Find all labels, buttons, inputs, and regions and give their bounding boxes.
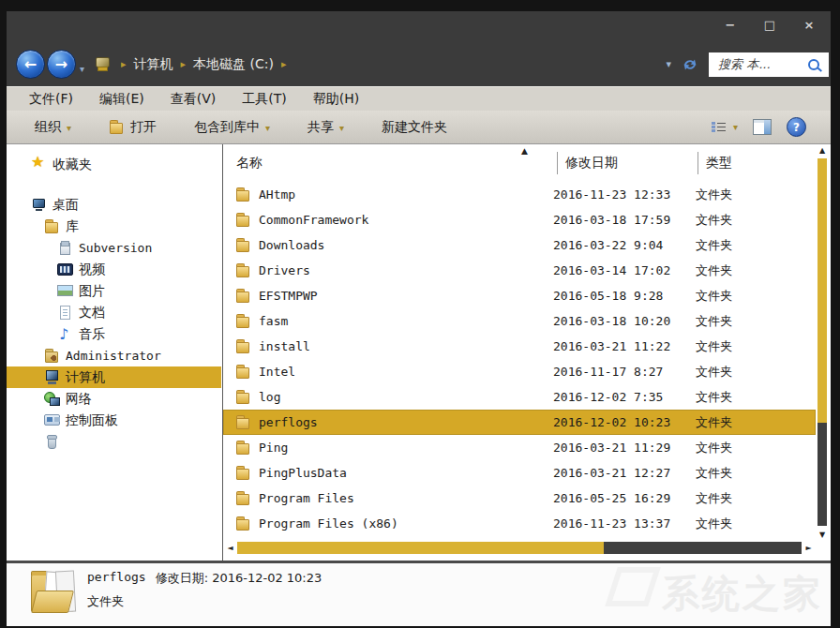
column-divider[interactable]	[557, 152, 558, 174]
chevron-down-icon[interactable]: ▾	[733, 122, 738, 132]
horizontal-scroll-thumb[interactable]	[237, 542, 604, 554]
toolbar-button[interactable]: 打开	[98, 119, 168, 136]
scroll-up-icon[interactable]: ▲	[818, 146, 827, 156]
library-icon	[57, 241, 73, 255]
breadcrumb-item[interactable]: ▸ 本地磁盘 (C:)	[173, 56, 274, 73]
table-row[interactable]: Drivers 2016-03-14 17:02 文件夹	[223, 258, 816, 283]
column-divider[interactable]	[698, 152, 698, 174]
breadcrumb-label: 计算机	[134, 56, 173, 73]
file-name: Drivers	[259, 263, 553, 277]
table-row[interactable]: Program Files (x86) 2016-11-23 13:37 文件夹	[223, 511, 816, 536]
music-icon	[57, 327, 73, 341]
close-button[interactable]: ×	[801, 16, 818, 33]
column-header-type[interactable]: 类型	[706, 155, 732, 172]
preview-pane-icon[interactable]	[753, 119, 772, 135]
sidebar-item[interactable]: 计算机	[7, 366, 221, 388]
status-type: 文件夹	[87, 593, 322, 610]
sidebar-item[interactable]: 网络	[7, 388, 221, 410]
sidebar-item[interactable]: 桌面	[7, 194, 221, 216]
table-row[interactable]: Program Files 2016-05-25 16:29 文件夹	[223, 486, 816, 511]
horizontal-scroll-track[interactable]	[237, 542, 802, 554]
menu-item[interactable]: 帮助(H)	[300, 91, 372, 108]
toolbar-button[interactable]: 包含到库中 ▾	[183, 119, 281, 136]
menu-item[interactable]: 查看(V)	[158, 91, 230, 108]
table-row[interactable]: PingPlusData 2016-03-21 12:27 文件夹	[223, 460, 816, 486]
search-icon[interactable]	[808, 59, 819, 70]
file-type: 文件夹	[696, 364, 732, 381]
breadcrumb-item[interactable]: ▸ 计算机	[113, 56, 173, 73]
file-name: Downloads	[259, 238, 553, 252]
address-dropdown-icon[interactable]: ▾	[666, 58, 671, 70]
back-button[interactable]: ←	[16, 50, 45, 79]
table-row[interactable]: CommonFramework 2016-03-18 17:59 文件夹	[223, 207, 816, 232]
menu-item[interactable]: 编辑(E)	[86, 91, 158, 108]
chevron-down-icon: ▾	[265, 123, 270, 133]
forward-button[interactable]: →	[47, 50, 76, 79]
breadcrumb-separator-icon: ▸	[121, 58, 127, 70]
sidebar-item[interactable]: Subversion	[7, 237, 221, 259]
table-row[interactable]: EFSTMPWP 2016-05-18 9:28 文件夹	[223, 283, 816, 308]
main-content: 收藏夹 桌面 库 Subversion 视频 图片 文档 音乐	[7, 144, 831, 561]
horizontal-scrollbar[interactable]: ◄ ►	[225, 541, 814, 555]
sidebar-item[interactable]: Administrator	[7, 345, 221, 366]
file-date: 2016-03-21 12:27	[553, 466, 696, 480]
table-row[interactable]: log 2016-12-02 7:35 文件夹	[223, 384, 816, 410]
status-modified: 修改日期: 2016-12-02 10:23	[156, 570, 322, 587]
file-date: 2016-05-18 9:28	[553, 289, 696, 303]
toolbar-button[interactable]: 共享 ▾	[296, 119, 355, 136]
toolbar-button[interactable]: 新建文件夹	[370, 119, 458, 136]
table-row[interactable]: perflogs 2016-12-02 10:23 文件夹	[223, 410, 816, 435]
menu-item[interactable]: 文件(F)	[16, 91, 86, 108]
sidebar-item[interactable]: 收藏夹	[7, 154, 221, 175]
sidebar-item[interactable]: 库	[7, 216, 221, 237]
column-header-date[interactable]: 修改日期	[565, 155, 618, 172]
sidebar-item[interactable]: 控制面板	[7, 410, 221, 431]
file-type: 文件夹	[696, 490, 732, 507]
scroll-left-icon[interactable]: ◄	[225, 544, 235, 552]
vertical-scroll-thumb[interactable]	[818, 158, 827, 423]
search-input[interactable]	[716, 56, 808, 72]
sidebar-item[interactable]	[7, 431, 221, 453]
maximize-button[interactable]: □	[761, 16, 778, 33]
minimize-button[interactable]: −	[722, 16, 739, 33]
table-row[interactable]: fasm 2016-03-18 10:20 文件夹	[223, 308, 816, 334]
computer-icon	[44, 370, 60, 384]
scroll-down-icon[interactable]: ▼	[818, 531, 827, 540]
menu-item[interactable]: 工具(T)	[229, 91, 299, 108]
folder-icon	[235, 314, 251, 328]
sidebar-item[interactable]: 视频	[7, 259, 221, 280]
chevron-down-icon: ▾	[67, 123, 71, 133]
sidebar-item[interactable]: 音乐	[7, 323, 221, 345]
table-row[interactable]: AHtmp 2016-11-23 12:33 文件夹	[223, 182, 816, 207]
column-header-name[interactable]: 名称	[236, 155, 262, 172]
help-icon[interactable]: ?	[787, 117, 806, 137]
table-row[interactable]: Intel 2016-11-17 8:27 文件夹	[223, 359, 816, 384]
toolbar-button[interactable]: 组织 ▾	[23, 119, 82, 136]
file-name: Ping	[259, 441, 553, 455]
sidebar-item[interactable]: 图片	[7, 280, 221, 302]
refresh-icon[interactable]	[681, 55, 699, 74]
file-date: 2016-03-21 11:29	[553, 441, 696, 455]
vertical-scrollbar[interactable]: ▲ ▼	[818, 146, 827, 540]
chevron-down-icon: ▾	[339, 123, 344, 133]
search-box	[709, 52, 829, 77]
vertical-scroll-track[interactable]	[818, 158, 827, 526]
menu-bar: 文件(F)编辑(E)查看(V)工具(T)帮助(H)	[7, 86, 831, 111]
toolbar-button-label: 组织	[35, 119, 61, 136]
window-controls: − □ ×	[722, 16, 818, 33]
file-name: AHtmp	[259, 187, 553, 202]
file-type: 文件夹	[696, 187, 732, 203]
sidebar-item[interactable]: 文档	[7, 302, 221, 323]
table-row[interactable]: Downloads 2016-03-22 9:04 文件夹	[223, 232, 816, 258]
history-dropdown-icon[interactable]: ▾	[80, 64, 84, 74]
file-name: CommonFramework	[259, 213, 553, 227]
column-headers: 名称 ▲ 修改日期 类型	[223, 146, 816, 178]
file-name: EFSTMPWP	[259, 289, 553, 303]
table-row[interactable]: Ping 2016-03-21 11:29 文件夹	[223, 435, 816, 460]
file-name: Intel	[259, 365, 553, 379]
table-row[interactable]: install 2016-03-21 11:22 文件夹	[223, 334, 816, 359]
folder-icon	[235, 390, 251, 404]
change-view-icon[interactable]	[712, 121, 726, 133]
scroll-right-icon[interactable]: ►	[803, 544, 814, 552]
file-type: 文件夹	[696, 288, 732, 305]
